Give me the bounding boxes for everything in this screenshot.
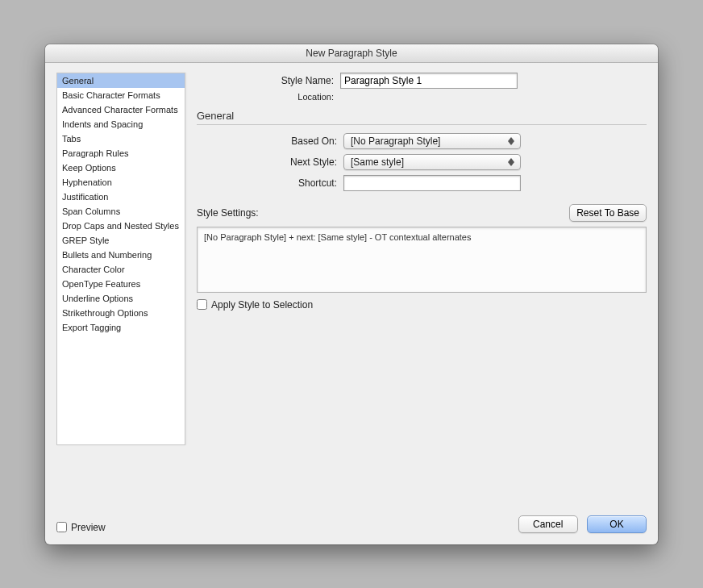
style-name-label: Style Name:: [197, 75, 340, 86]
sidebar-item-hyphenation[interactable]: Hyphenation: [57, 175, 185, 190]
next-style-label: Next Style:: [200, 156, 343, 168]
dialog-title: New Paragraph Style: [45, 44, 658, 63]
apply-style-checkbox-row[interactable]: Apply Style to Selection: [197, 299, 647, 311]
sidebar-item-drop-caps-and-nested-styles[interactable]: Drop Caps and Nested Styles: [57, 219, 185, 233]
dialog-new-paragraph-style: New Paragraph Style GeneralBasic Charact…: [45, 44, 658, 544]
sidebar-item-paragraph-rules[interactable]: Paragraph Rules: [57, 146, 185, 161]
ok-button[interactable]: OK: [587, 515, 647, 533]
next-style-value: [Same style]: [351, 156, 404, 168]
sidebar-item-keep-options[interactable]: Keep Options: [57, 161, 185, 175]
based-on-label: Based On:: [200, 136, 343, 147]
style-settings-label: Style Settings:: [197, 207, 259, 219]
style-settings-textarea[interactable]: [No Paragraph Style] + next: [Same style…: [197, 227, 647, 293]
sidebar-item-tabs[interactable]: Tabs: [57, 131, 185, 146]
cancel-button[interactable]: Cancel: [518, 515, 578, 533]
next-style-select[interactable]: [Same style]: [343, 154, 521, 170]
dropdown-icon: [505, 156, 517, 169]
preview-checkbox[interactable]: [56, 522, 67, 532]
sidebar-item-underline-options[interactable]: Underline Options: [57, 291, 185, 306]
sidebar-item-opentype-features[interactable]: OpenType Features: [57, 277, 185, 291]
section-title-general: General: [197, 106, 647, 124]
sidebar-item-indents-and-spacing[interactable]: Indents and Spacing: [57, 117, 185, 131]
sidebar-item-character-color[interactable]: Character Color: [57, 262, 185, 277]
based-on-select[interactable]: [No Paragraph Style]: [343, 133, 521, 149]
footer-buttons: Cancel OK: [518, 515, 647, 533]
location-label: Location:: [197, 92, 340, 102]
sidebar-item-bullets-and-numbering[interactable]: Bullets and Numbering: [57, 248, 185, 262]
preview-label: Preview: [71, 522, 106, 533]
sidebar-item-span-columns[interactable]: Span Columns: [57, 204, 185, 219]
sidebar-item-strikethrough-options[interactable]: Strikethrough Options: [57, 306, 185, 320]
shortcut-label: Shortcut:: [200, 177, 343, 189]
sidebar-item-justification[interactable]: Justification: [57, 190, 185, 204]
category-sidebar: GeneralBasic Character FormatsAdvanced C…: [56, 73, 185, 445]
apply-style-label: Apply Style to Selection: [211, 299, 313, 311]
apply-style-checkbox[interactable]: [197, 299, 207, 310]
dialog-content: GeneralBasic Character FormatsAdvanced C…: [45, 63, 658, 507]
svg-marker-3: [508, 162, 514, 166]
preview-checkbox-row[interactable]: Preview: [56, 522, 106, 533]
sidebar-item-export-tagging[interactable]: Export Tagging: [57, 320, 185, 335]
sidebar-item-general[interactable]: General: [57, 73, 185, 88]
shortcut-input[interactable]: [343, 175, 521, 191]
dialog-footer: Preview Cancel OK: [45, 507, 658, 544]
section-divider: [197, 124, 647, 125]
sidebar-item-basic-character-formats[interactable]: Basic Character Formats: [57, 88, 185, 102]
reset-to-base-button[interactable]: Reset To Base: [569, 204, 647, 222]
dropdown-icon: [505, 135, 517, 148]
sidebar-item-advanced-character-formats[interactable]: Advanced Character Formats: [57, 102, 185, 117]
style-name-input[interactable]: [340, 73, 518, 89]
based-on-value: [No Paragraph Style]: [351, 136, 440, 147]
main-panel: Style Name: Location: General Based On: …: [197, 73, 647, 501]
sidebar-item-grep-style[interactable]: GREP Style: [57, 233, 185, 248]
svg-marker-1: [508, 141, 514, 145]
